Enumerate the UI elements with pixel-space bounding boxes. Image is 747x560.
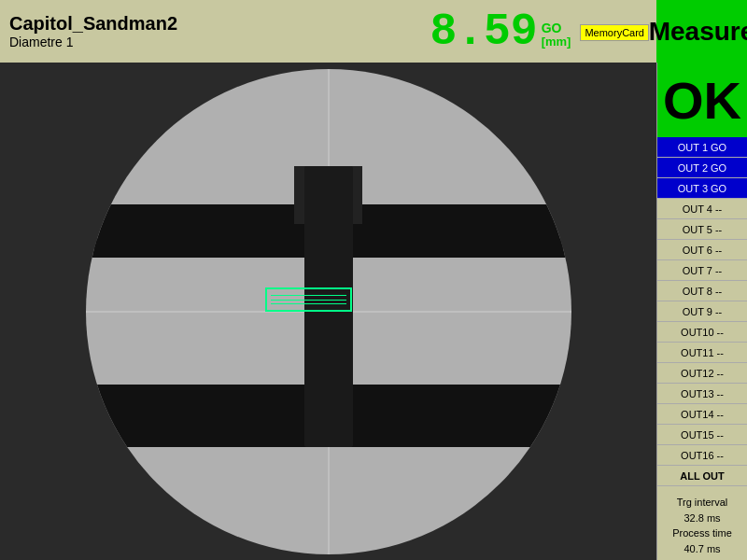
header-left: Capitol_Sandman2 Diametre 1: [0, 13, 430, 49]
out-item-3[interactable]: OUT 3 GO: [657, 178, 747, 199]
out-item-9[interactable]: OUT 9 --: [657, 301, 747, 322]
measure-line-1: [271, 295, 346, 296]
out-item-16[interactable]: OUT16 --: [657, 445, 747, 466]
out-item-10[interactable]: OUT10 --: [657, 322, 747, 343]
out-item-8[interactable]: OUT 8 --: [657, 281, 747, 301]
measurement-unit: [mm]: [542, 35, 571, 49]
main-area: Head A x1 OK OUT 1 GOOUT 2 GOOUT 3 GOOUT…: [0, 63, 747, 560]
out-item-2[interactable]: OUT 2 GO: [657, 158, 747, 178]
out-item-1[interactable]: OUT 1 GO: [657, 137, 747, 158]
head-label: Head A x1: [517, 78, 562, 108]
right-panel: OK OUT 1 GOOUT 2 GOOUT 3 GOOUT 4 --OUT 5…: [656, 63, 747, 560]
out-item-7[interactable]: OUT 7 --: [657, 260, 747, 281]
measurement-row: 8.59 GO [mm]: [430, 9, 571, 54]
measure-button[interactable]: Measure: [656, 0, 747, 63]
measure-line-3: [271, 303, 346, 304]
out-item-11[interactable]: OUT11 --: [657, 343, 747, 363]
ok-display: OK: [657, 63, 747, 137]
process-value: 40.7 ms: [661, 541, 743, 557]
out-item-4[interactable]: OUT 4 --: [657, 199, 747, 219]
measurement-label: Diametre 1: [9, 35, 430, 49]
memory-card-button[interactable]: MemoryCard: [580, 24, 649, 41]
out-item-5[interactable]: OUT 5 --: [657, 219, 747, 240]
measurement-display: 8.59 GO [mm]: [430, 9, 580, 54]
viewport-container: Head A x1: [0, 63, 656, 560]
measure-line-2: [271, 300, 346, 301]
stats-area: Trg interval 32.8 ms Process time 40.7 m…: [657, 491, 747, 560]
header: Capitol_Sandman2 Diametre 1 8.59 GO [mm]…: [0, 0, 747, 63]
measurement-box: [265, 287, 353, 312]
lens-circle: Head A x1: [86, 69, 571, 554]
out-item-14[interactable]: OUT14 --: [657, 404, 747, 425]
out-item-17[interactable]: ALL OUT: [657, 466, 747, 486]
out-item-15[interactable]: OUT15 --: [657, 425, 747, 445]
go-badge: GO: [542, 21, 571, 35]
trg-label: Trg interval: [661, 495, 743, 511]
out-item-12[interactable]: OUT12 --: [657, 363, 747, 384]
output-list: OUT 1 GOOUT 2 GOOUT 3 GOOUT 4 --OUT 5 --…: [657, 137, 747, 491]
out-item-6[interactable]: OUT 6 --: [657, 240, 747, 260]
measurement-value: 8.59: [430, 9, 537, 54]
out-item-13[interactable]: OUT13 --: [657, 384, 747, 404]
memory-area: MemoryCard: [580, 22, 653, 41]
page-title: Capitol_Sandman2: [9, 13, 430, 35]
trg-value: 32.8 ms: [661, 511, 743, 526]
process-label: Process time: [661, 525, 743, 541]
